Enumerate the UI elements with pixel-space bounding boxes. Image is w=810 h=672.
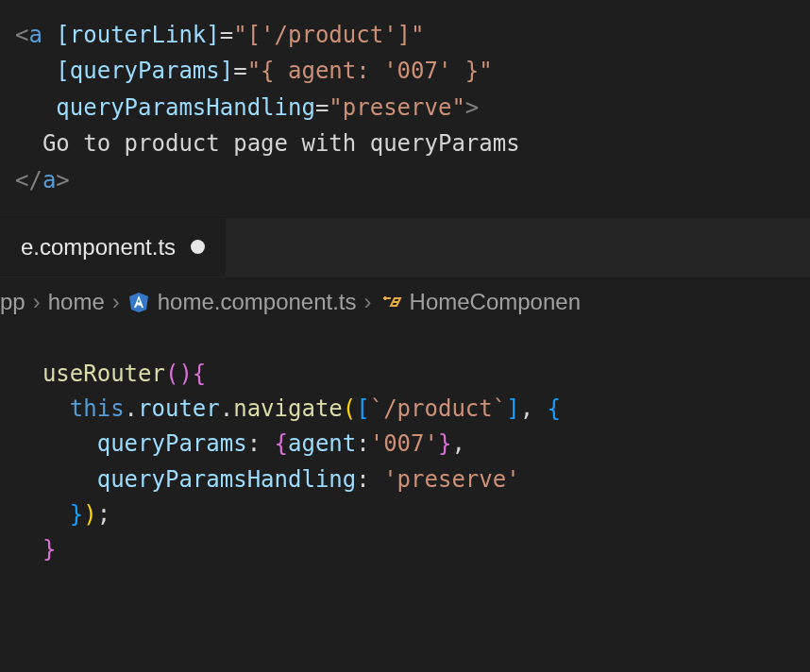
- unsaved-indicator-icon: [191, 240, 205, 254]
- code-line: Go to product page with queryParams: [15, 126, 795, 161]
- text-content: Go to product page with queryParams: [42, 130, 520, 157]
- brace-close: }: [42, 536, 56, 563]
- function-name: useRouter: [42, 361, 165, 387]
- property-key: queryParams: [97, 430, 247, 457]
- attr-value: "preserve": [329, 94, 465, 121]
- editor-pane-bottom[interactable]: useRouter(){ this.router.navigate([`/pro…: [0, 328, 810, 577]
- equals: =: [315, 94, 329, 121]
- breadcrumb-item[interactable]: HomeComponen: [410, 289, 581, 315]
- attr-name: queryParamsHandling: [56, 94, 315, 121]
- code-line: </a>: [15, 162, 795, 198]
- code-line: this.router.navigate([`/product`], {: [15, 392, 795, 427]
- string: '007': [370, 430, 438, 457]
- string: 'preserve': [383, 466, 520, 493]
- code-line: [queryParams]="{ agent: '007' }": [15, 53, 795, 89]
- editor-pane-top[interactable]: <a [routerLink]="['/product']" [queryPar…: [0, 0, 810, 217]
- attr-name: [routerLink]: [56, 22, 219, 48]
- attr-value: "{ agent: '007' }": [247, 58, 493, 84]
- code-line: queryParamsHandling: 'preserve': [15, 462, 795, 497]
- angle-bracket: >: [56, 167, 69, 193]
- class-symbol-icon: [380, 291, 402, 313]
- breadcrumb-item[interactable]: home: [48, 289, 105, 315]
- code-line: queryParamsHandling="preserve">: [15, 90, 795, 126]
- breadcrumb: pp › home › home.component.ts › HomeComp…: [0, 277, 810, 328]
- paren: (): [165, 361, 193, 387]
- tag-name: a: [42, 167, 56, 193]
- chevron-right-icon: ›: [112, 289, 120, 315]
- colon: :: [356, 466, 383, 493]
- angle-bracket: <: [15, 22, 28, 48]
- property: router: [138, 395, 220, 422]
- code-line: }: [15, 532, 795, 567]
- dot: .: [125, 395, 138, 422]
- code-line: queryParams: {agent:'007'},: [15, 427, 795, 462]
- property-key: agent: [288, 430, 356, 457]
- equals: =: [233, 58, 246, 84]
- method: navigate: [233, 395, 343, 422]
- bracket-close: ]: [506, 395, 519, 422]
- comma: ,: [520, 395, 548, 422]
- chevron-right-icon: ›: [33, 289, 41, 315]
- brace-open: {: [275, 430, 288, 457]
- colon: :: [356, 430, 369, 457]
- angle-bracket: >: [465, 94, 479, 121]
- code-line: useRouter(){: [15, 357, 795, 392]
- code-line: });: [15, 497, 795, 532]
- attr-name: [queryParams]: [56, 58, 233, 84]
- angular-file-icon: [127, 291, 150, 313]
- code-line: <a [routerLink]="['/product']": [15, 17, 795, 53]
- dot: .: [220, 395, 233, 422]
- tag-name: a: [28, 22, 42, 48]
- breadcrumb-item[interactable]: home.component.ts: [158, 289, 357, 315]
- chevron-right-icon: ›: [364, 289, 372, 315]
- paren-close: ): [83, 501, 96, 528]
- tab-label: e.component.ts: [21, 234, 176, 260]
- brace-close: }: [70, 501, 83, 528]
- brace-close: }: [438, 430, 451, 457]
- colon: :: [247, 430, 275, 457]
- comma: ,: [451, 430, 464, 457]
- brace: {: [193, 361, 206, 387]
- editor-tab-active[interactable]: e.component.ts: [0, 218, 226, 277]
- bracket-open: [: [356, 395, 369, 422]
- angle-bracket: </: [15, 167, 42, 193]
- attr-value: "['/product']": [233, 22, 424, 48]
- property-key: queryParamsHandling: [97, 466, 357, 493]
- tab-bar: e.component.ts: [0, 217, 810, 277]
- paren-open: (: [343, 395, 356, 422]
- keyword-this: this: [70, 395, 125, 422]
- string: `/product`: [370, 395, 507, 422]
- brace-open: {: [548, 395, 561, 422]
- semicolon: ;: [97, 501, 110, 528]
- equals: =: [220, 22, 233, 48]
- breadcrumb-item[interactable]: pp: [0, 289, 25, 315]
